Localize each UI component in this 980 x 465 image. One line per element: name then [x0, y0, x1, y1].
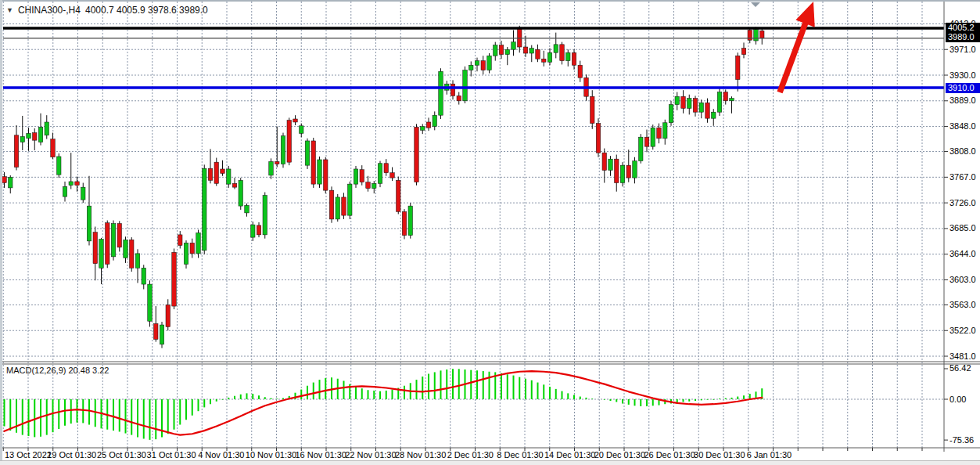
macd-main-value: 20.48	[68, 366, 90, 375]
price-axis-label: 3685.0	[949, 223, 976, 233]
price-axis-label: 3563.0	[949, 300, 976, 310]
price-axis-label: 3726.0	[949, 198, 976, 208]
window-frame-top	[0, 0, 980, 2]
time-axis-label: 8 Dec 01:30	[497, 450, 543, 460]
price-axis-label: 3930.0	[949, 70, 976, 81]
macd-signal-value: 3.22	[92, 366, 109, 375]
time-axis-label: 10 Nov 01:30	[246, 450, 296, 460]
time-axis-label: 28 Nov 01:30	[395, 450, 446, 460]
time-axis-label: 13 Oct 2022	[5, 450, 52, 460]
one-click-trading-icon[interactable]: ▼	[6, 7, 13, 14]
price-axis-label: 3848.0	[949, 121, 976, 132]
time-axis-label: 14 Dec 01:30	[544, 450, 595, 460]
mt4-chart-window: ▼ CHINA300-,H4 4000.7 4005.9 3978.6 3989…	[0, 0, 980, 465]
time-axis-label: 6 Jan 01:30	[747, 450, 792, 460]
chart-title-bar: ▼ CHINA300-,H4 4000.7 4005.9 3978.6 3989…	[6, 5, 208, 16]
time-axis-label: 26 Dec 01:30	[644, 450, 695, 460]
price-axis-label: 3889.0	[949, 96, 976, 106]
macd-signal-line	[5, 371, 763, 435]
time-axis-label: 31 Oct 01:30	[147, 450, 196, 460]
macd-axis-label: 0.00	[949, 395, 966, 405]
time-axis-label: 30 Dec 01:30	[694, 450, 745, 460]
macd-axis-label: -75.36	[949, 435, 974, 445]
symbol-period-title: CHINA300-,H4	[18, 5, 81, 16]
time-axis-label: 20 Dec 01:30	[594, 450, 645, 460]
macd-indicator-label: MACD(12,26,9) 20.48 3.22	[6, 366, 109, 375]
macd-histogram	[5, 369, 763, 440]
time-axis-label: 4 Nov 01:30	[198, 450, 244, 460]
chart-area[interactable]	[0, 0, 980, 465]
time-axis-label: 16 Nov 01:30	[295, 450, 346, 460]
time-axis-label: 19 Oct 01:30	[47, 450, 96, 460]
macd-axis-label: 56.42	[949, 363, 971, 373]
candlestick-series	[2, 26, 764, 348]
ohlc-values: 4000.7 4005.9 3978.6 3989.0	[85, 5, 208, 16]
time-axis-label: 25 Oct 01:30	[97, 450, 146, 460]
price-axis-label: 3481.0	[949, 351, 976, 362]
price-axis-label: 3767.0	[949, 172, 976, 182]
time-axis-label: 22 Nov 01:30	[345, 450, 396, 460]
price-axis-label: 3603.0	[949, 275, 976, 285]
price-tag-3989.0: 3989.0	[946, 32, 980, 42]
price-axis-label: 3808.0	[949, 146, 976, 157]
time-axis-label: 2 Dec 01:30	[447, 450, 494, 460]
trend-arrow-icon[interactable]	[780, 2, 815, 92]
price-axis-label: 3522.0	[949, 326, 976, 336]
macd-name: MACD(12,26,9)	[6, 366, 66, 375]
symbol-marker-icon	[751, 2, 760, 7]
grid-lines	[3, 2, 944, 448]
window-bottom-strip	[0, 460, 980, 465]
price-tag-3910.0: 3910.0	[946, 83, 980, 93]
price-axis-label: 3971.0	[949, 45, 976, 55]
window-frame-left	[0, 0, 2, 460]
price-axis-label: 3644.0	[949, 249, 976, 259]
